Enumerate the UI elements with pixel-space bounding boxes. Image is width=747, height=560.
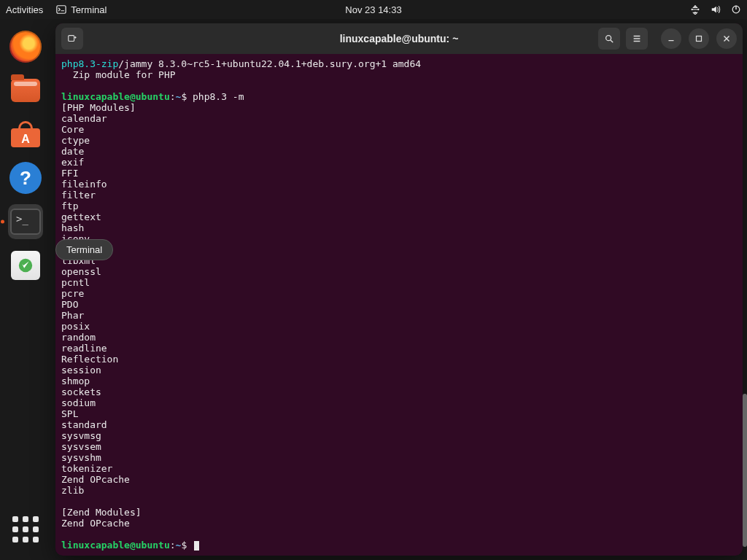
svg-rect-14 — [697, 36, 702, 42]
volume-icon[interactable] — [711, 4, 721, 15]
scrollbar[interactable] — [743, 394, 747, 547]
files-icon — [11, 79, 40, 102]
window-close-button[interactable] — [716, 28, 737, 49]
svg-line-9 — [611, 40, 613, 42]
terminal-window: linuxcapable@ubuntu: ~ php8.3 — [55, 23, 743, 556]
terminal-icon — [56, 4, 66, 15]
svg-rect-0 — [57, 6, 66, 14]
svg-point-1 — [691, 9, 692, 10]
trash-icon — [11, 251, 40, 280]
cursor — [194, 541, 199, 551]
show-applications-button[interactable] — [8, 512, 43, 547]
software-icon — [11, 121, 40, 147]
window-maximize-button[interactable] — [689, 28, 709, 49]
panel-clock[interactable]: Nov 23 14:33 — [345, 4, 401, 15]
dock-help[interactable]: ? — [8, 160, 43, 195]
dock-files[interactable] — [8, 73, 43, 108]
search-button[interactable] — [598, 28, 620, 50]
help-icon: ? — [9, 162, 42, 194]
terminal-icon: >_ — [10, 209, 41, 235]
window-minimize-button[interactable] — [661, 28, 681, 49]
dock-tooltip: Terminal — [55, 239, 113, 260]
dock-firefox[interactable] — [8, 29, 43, 64]
window-title: linuxcapable@ubuntu: ~ — [340, 33, 459, 44]
new-tab-button[interactable] — [61, 28, 83, 50]
activities-button[interactable]: Activities — [6, 4, 43, 15]
dock-software[interactable] — [8, 117, 43, 152]
top-panel: Activities Terminal Nov 23 14:33 — [0, 0, 747, 19]
dock-terminal[interactable]: >_ — [8, 204, 43, 239]
dock-trash[interactable] — [8, 248, 43, 283]
window-titlebar[interactable]: linuxcapable@ubuntu: ~ — [55, 23, 743, 54]
panel-app-label: Terminal — [71, 4, 107, 15]
dock: ? >_ — [0, 19, 51, 560]
terminal-output[interactable]: php8.3-zip/jammy 8.3.0~rc5-1+ubuntu22.04… — [55, 54, 743, 556]
power-icon[interactable] — [731, 4, 741, 15]
svg-point-3 — [694, 5, 696, 7]
network-icon[interactable] — [690, 4, 700, 15]
hamburger-menu-button[interactable] — [626, 28, 648, 50]
svg-point-4 — [694, 12, 696, 13]
panel-active-app[interactable]: Terminal — [56, 4, 107, 15]
svg-point-2 — [697, 9, 699, 10]
svg-rect-7 — [69, 36, 74, 42]
firefox-icon — [9, 31, 42, 63]
